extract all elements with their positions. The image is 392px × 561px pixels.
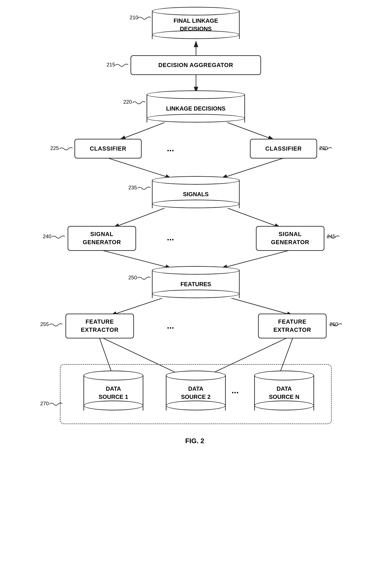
ref-270: 270 (40, 400, 49, 407)
svg-line-10 (102, 250, 171, 268)
signals-node: SIGNALS (152, 176, 240, 210)
diagram: FINAL LINKAGEDECISIONS 210 DECISION AGGR… (0, 0, 392, 553)
dots-data-sources: ... (232, 386, 238, 395)
signal-generator-right-node: SIGNALGENERATOR (256, 226, 324, 251)
feature-extractor-left-label: FEATUREEXTRACTOR (81, 318, 119, 334)
features-node: FEATURES (152, 266, 240, 300)
data-source-n-node: DATASOURCE N (254, 371, 314, 413)
svg-line-7 (221, 158, 284, 178)
dots-classifiers: ... (167, 143, 174, 153)
dots-feature-extractors: ... (167, 321, 174, 331)
ref-220: 220 (123, 99, 132, 105)
ref-squiggle-240 (51, 234, 65, 239)
decision-aggregator-label: DECISION AGGREGATOR (158, 62, 233, 69)
data-source-2-label: DATASOURCE 2 (181, 385, 211, 401)
ref-250: 250 (128, 275, 137, 280)
signal-generator-left-node: SIGNALGENERATOR (68, 226, 136, 251)
data-source-2-node: DATASOURCE 2 (166, 371, 226, 413)
feature-extractor-right-label: FEATUREEXTRACTOR (273, 318, 311, 334)
signals-label: SIGNALS (183, 191, 209, 198)
data-source-1-label: DATASOURCE 1 (99, 385, 128, 401)
ref-215: 215 (107, 62, 115, 68)
ref-squiggle-215 (114, 62, 129, 67)
ref-240: 240 (43, 234, 51, 239)
ref-squiggle-210 (137, 15, 152, 20)
linkage-decisions-label: LINKAGE DECISIONS (166, 105, 226, 112)
classifier-left-label: CLASSIFIER (90, 145, 126, 152)
ref-squiggle-225 (59, 146, 73, 151)
data-source-n-label: DATASOURCE N (269, 385, 299, 401)
ref-255: 255 (40, 321, 49, 327)
signal-generator-left-label: SIGNALGENERATOR (83, 230, 121, 247)
linkage-decisions-node: LINKAGE DECISIONS (146, 90, 245, 125)
ref-230: 230 (319, 145, 328, 151)
ref-245: 245 (327, 234, 336, 239)
signal-generator-right-label: SIGNALGENERATOR (271, 230, 309, 247)
features-label: FEATURES (180, 281, 211, 288)
data-source-1-node: DATASOURCE 1 (83, 371, 143, 413)
ref-squiggle-250 (136, 275, 151, 280)
ref-210: 210 (130, 15, 138, 21)
ref-235: 235 (128, 185, 137, 191)
ref-squiggle-220 (131, 100, 146, 105)
ref-squiggle-235 (136, 185, 151, 190)
classifier-left-node: CLASSIFIER (74, 139, 142, 159)
ref-260: 260 (330, 321, 338, 327)
classifier-right-node: CLASSIFIER (250, 139, 317, 159)
final-linkage-decisions-node: FINAL LINKAGEDECISIONS (152, 7, 240, 41)
feature-extractor-left-node: FEATUREEXTRACTOR (65, 313, 134, 338)
decision-aggregator-node: DECISION AGGREGATOR (131, 55, 261, 75)
feature-extractor-right-node: FEATUREEXTRACTOR (258, 313, 327, 338)
dots-signal-generators: ... (167, 233, 174, 242)
svg-line-6 (108, 158, 171, 178)
ref-squiggle-255 (48, 322, 63, 327)
fig-caption: FIG. 2 (167, 437, 223, 445)
classifier-right-label: CLASSIFIER (265, 145, 302, 152)
svg-line-11 (221, 250, 290, 268)
ref-225: 225 (50, 145, 59, 151)
